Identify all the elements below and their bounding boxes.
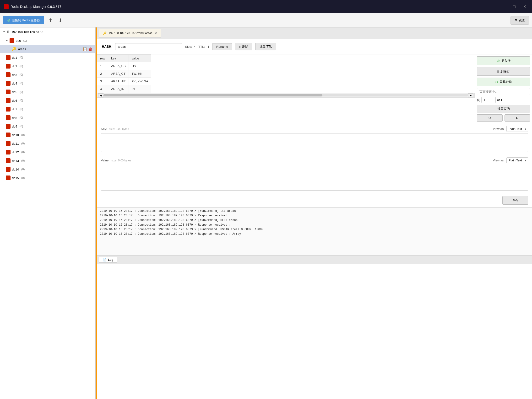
- db4-count: (0): [19, 82, 23, 85]
- db7-item[interactable]: db7 (0): [0, 105, 95, 113]
- table-row[interactable]: 4 AREA_IN IN: [97, 85, 151, 93]
- del-row-icon: ▮: [497, 69, 499, 73]
- value-view-as-select[interactable]: Plain Text JSON HEX Binary: [507, 157, 528, 163]
- db4-icon: [6, 81, 11, 86]
- db15-icon: [6, 175, 11, 180]
- close-button[interactable]: ✕: [521, 3, 528, 10]
- db9-label: db9: [12, 125, 17, 128]
- db2-item[interactable]: db2 (0): [0, 62, 95, 70]
- of-label: of 1: [497, 98, 502, 102]
- set-page-button[interactable]: 设置页码: [477, 105, 530, 112]
- db10-label: db10: [12, 133, 19, 137]
- plus-icon: ⊕: [7, 18, 10, 22]
- cell-value: TW, HK: [129, 70, 151, 78]
- scroll-right-button[interactable]: ▶: [468, 93, 474, 97]
- key-delete-button[interactable]: 🗑: [89, 47, 93, 51]
- main-layout: ▼ 🖥 192.168.189.128:6379 ▼ db0 (1) 🔑 are…: [0, 27, 532, 399]
- hash-key-input[interactable]: [115, 43, 182, 50]
- upload-button[interactable]: ⬆: [47, 16, 54, 25]
- reload-button[interactable]: ⊙ 重载键值: [477, 78, 530, 86]
- db0-icon: [10, 38, 14, 43]
- db10-item[interactable]: db10 (0): [0, 131, 95, 139]
- hash-size-label: Size: 4: [185, 45, 196, 49]
- db2-icon: [6, 64, 11, 69]
- log-line: 2019-10-10 16:28:17 : Connection: 192.16…: [100, 213, 529, 218]
- set-ttl-button[interactable]: 设置 TTL: [255, 43, 276, 50]
- db14-count: (0): [21, 168, 25, 171]
- key-view-as-select[interactable]: Plain Text JSON HEX Binary: [507, 126, 528, 132]
- minimize-button[interactable]: —: [500, 3, 507, 10]
- db9-item[interactable]: db9 (0): [0, 122, 95, 131]
- insert-row-button[interactable]: ⊕ 插入行: [477, 56, 530, 65]
- server-label: 192.168.189.128:6379: [12, 30, 43, 34]
- connect-button[interactable]: ⊕ 连接到 Redis 服务器: [3, 16, 44, 24]
- db2-count: (0): [19, 64, 23, 68]
- tab-close-button[interactable]: ✕: [154, 31, 157, 35]
- cell-row: 2: [97, 70, 108, 78]
- settings-label: 设置: [519, 18, 525, 22]
- key-textarea[interactable]: [101, 133, 528, 152]
- cell-key: AREA_US: [108, 62, 129, 70]
- db3-item[interactable]: db3 (0): [0, 70, 95, 79]
- save-row: 保存: [97, 194, 532, 207]
- table-row[interactable]: 2 AREA_CT TW, HK: [97, 70, 151, 78]
- db14-item[interactable]: db14 (0): [0, 165, 95, 174]
- window-controls: — □ ✕: [500, 3, 528, 10]
- server-item[interactable]: ▼ 🖥 192.168.189.128:6379: [0, 27, 95, 36]
- key-label: Key:: [101, 127, 107, 131]
- db8-label: db8: [12, 116, 17, 120]
- db6-count: (0): [19, 99, 23, 102]
- save-button[interactable]: 保存: [502, 196, 528, 205]
- db5-item[interactable]: db5 (0): [0, 88, 95, 96]
- db4-item[interactable]: db4 (0): [0, 79, 95, 88]
- page-search-input[interactable]: [477, 88, 530, 95]
- delete-button[interactable]: ▮ 删除: [235, 43, 252, 50]
- db11-item[interactable]: db11 (0): [0, 139, 95, 148]
- key-areas-item[interactable]: 🔑 areas 📋 🗑: [0, 45, 95, 53]
- db5-icon: [6, 90, 11, 94]
- delete-row-button[interactable]: ▮ 删除行: [477, 67, 530, 76]
- delete-icon: ▮: [239, 45, 241, 49]
- db13-item[interactable]: db13 (0): [0, 156, 95, 165]
- key-actions: 📋 🗑: [82, 47, 93, 51]
- db6-item[interactable]: db6 (0): [0, 96, 95, 105]
- db9-icon: [6, 124, 11, 129]
- cell-key: AREA_CT: [108, 70, 129, 78]
- col-key: key: [108, 55, 129, 62]
- log-line: 2019-10-10 16:28:17 : Connection: 192.16…: [100, 223, 529, 227]
- db0-item[interactable]: ▼ db0 (1): [0, 36, 95, 45]
- horizontal-scrollbar[interactable]: ◀ ▶: [97, 93, 475, 98]
- toolbar: ⊕ 连接到 Redis 服务器 ⬆ ⬇ ⚙ 设置: [0, 13, 532, 27]
- page-number-input[interactable]: [481, 97, 496, 103]
- value-textarea[interactable]: [101, 165, 528, 191]
- log-tab[interactable]: 📄 Log: [99, 257, 117, 263]
- scroll-left-button[interactable]: ◀: [98, 93, 103, 97]
- table-row[interactable]: 3 AREA_AR PK, KW, SA: [97, 78, 151, 85]
- db10-count: (0): [21, 133, 25, 137]
- db10-icon: [6, 132, 11, 137]
- value-view-as-row: View as: Plain Text JSON HEX Binary: [493, 157, 528, 163]
- app-icon: [4, 4, 9, 9]
- db12-item[interactable]: db12 (0): [0, 148, 95, 156]
- db8-item[interactable]: db8 (0): [0, 113, 95, 122]
- value-section: Value: size: 0.00 bytes View as: Plain T…: [97, 155, 532, 194]
- sidebar: ▼ 🖥 192.168.189.128:6379 ▼ db0 (1) 🔑 are…: [0, 27, 95, 399]
- data-table: row key value 1 AREA_US US 2 AREA_CT TW,…: [97, 54, 151, 93]
- key-edit-button[interactable]: 📋: [82, 47, 87, 51]
- db8-icon: [6, 115, 11, 120]
- log-line: 2019-10-10 16:28:17 : Connection: 192.16…: [100, 227, 529, 232]
- rename-button[interactable]: Rename: [212, 43, 232, 50]
- table-row[interactable]: 1 AREA_US US: [97, 62, 151, 70]
- cell-key: AREA_AR: [108, 78, 129, 85]
- prev-page-button[interactable]: ↺: [477, 114, 503, 122]
- tab-areas[interactable]: 🔑 192.168.189.128...379::db0::areas ✕: [99, 29, 161, 37]
- db1-item[interactable]: db1 (0): [0, 53, 95, 62]
- settings-button[interactable]: ⚙ 设置: [511, 16, 529, 25]
- cell-value: US: [129, 62, 151, 70]
- key-label-row: Key: size: 0.00 bytes View as: Plain Tex…: [101, 126, 528, 132]
- next-page-button[interactable]: ↻: [505, 114, 530, 122]
- maximize-button[interactable]: □: [511, 3, 517, 10]
- download-button[interactable]: ⬇: [57, 16, 64, 25]
- db14-label: db14: [12, 168, 19, 171]
- db15-item[interactable]: db15 (0): [0, 174, 95, 182]
